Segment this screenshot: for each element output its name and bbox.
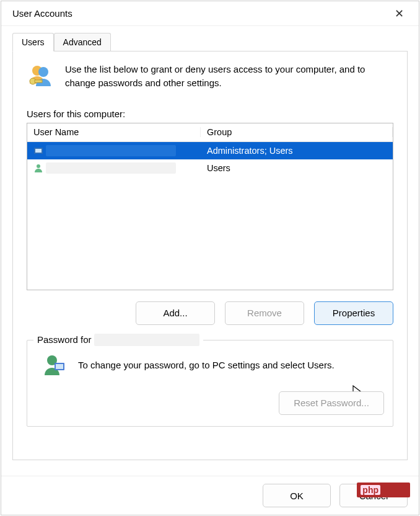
password-section-legend: Password for xyxy=(33,334,203,346)
close-icon[interactable]: ✕ xyxy=(388,6,410,22)
password-section: Password for To change your password, go… xyxy=(27,340,393,427)
user-icon xyxy=(33,163,43,173)
users-table[interactable]: User Name Group Administrators; Users xyxy=(27,123,393,290)
user-action-buttons: Add... Remove Properties xyxy=(27,301,393,325)
svg-rect-3 xyxy=(35,80,42,82)
svg-rect-9 xyxy=(56,364,63,369)
tab-panel-users: Use the list below to grant or deny user… xyxy=(12,51,408,460)
cell-group: Users xyxy=(201,163,393,173)
password-info-row: To change your password, go to PC settin… xyxy=(41,353,387,378)
svg-rect-5 xyxy=(35,149,42,153)
remove-button[interactable]: Remove xyxy=(225,301,304,325)
table-row[interactable]: Users xyxy=(27,159,393,177)
php-badge-text: php xyxy=(361,485,380,495)
content-area: Users Advanced Use the list below to gra… xyxy=(1,26,419,476)
svg-point-6 xyxy=(37,164,40,168)
redacted-username xyxy=(46,145,176,156)
php-watermark-badge: php xyxy=(357,483,410,497)
tab-users[interactable]: Users xyxy=(12,33,54,51)
window-title: User Accounts xyxy=(12,8,72,19)
redacted-username xyxy=(46,162,176,174)
tab-advanced[interactable]: Advanced xyxy=(54,33,111,51)
users-keys-icon xyxy=(27,63,53,89)
column-header-username[interactable]: User Name xyxy=(27,127,201,137)
reset-password-button[interactable]: Reset Password... xyxy=(279,391,384,415)
user-accounts-window: User Accounts ✕ Users Advanced xyxy=(1,1,419,515)
table-row[interactable]: Administrators; Users xyxy=(27,142,393,159)
redacted-username xyxy=(94,334,199,346)
ok-button[interactable]: OK xyxy=(263,484,331,507)
svg-point-1 xyxy=(38,67,48,77)
password-legend-prefix: Password for xyxy=(37,334,92,345)
user-icon xyxy=(33,146,43,156)
dialog-footer: OK Cancel xyxy=(1,476,419,515)
add-button[interactable]: Add... xyxy=(136,301,215,325)
column-header-group[interactable]: Group xyxy=(201,127,393,137)
user-shield-icon xyxy=(41,353,66,378)
intro-row: Use the list below to grant or deny user… xyxy=(27,63,393,90)
tab-strip: Users Advanced xyxy=(12,30,408,51)
cell-group: Administrators; Users xyxy=(201,146,393,156)
users-list-label: Users for this computer: xyxy=(27,109,393,119)
titlebar: User Accounts ✕ xyxy=(1,1,419,26)
password-info-text: To change your password, go to PC settin… xyxy=(78,360,335,370)
properties-button[interactable]: Properties xyxy=(314,301,393,325)
table-header: User Name Group xyxy=(27,123,393,142)
intro-text: Use the list below to grant or deny user… xyxy=(65,63,393,90)
